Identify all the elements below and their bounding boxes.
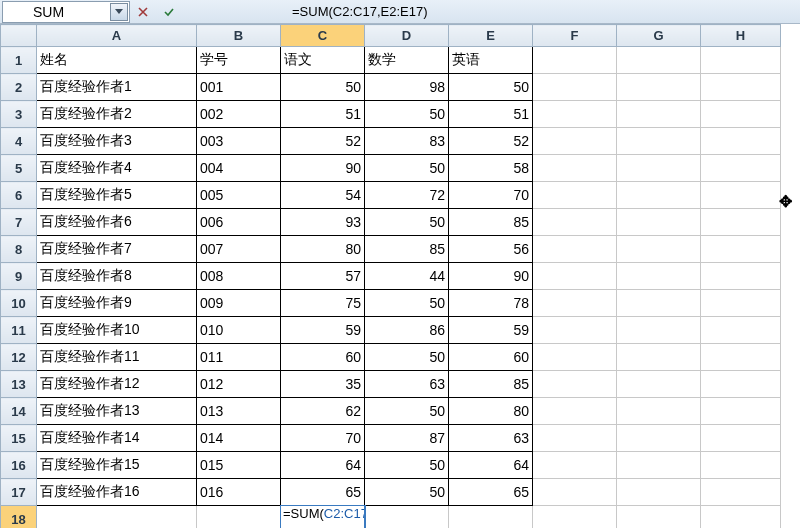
cell-E17[interactable]: 65 xyxy=(449,479,533,506)
formula-input[interactable]: =SUM(C2:C17,E2:E17) xyxy=(182,1,800,23)
cell-A12[interactable]: 百度经验作者11 xyxy=(37,344,197,371)
cell-D7[interactable]: 50 xyxy=(365,209,449,236)
cell-D13[interactable]: 63 xyxy=(365,371,449,398)
select-all-corner[interactable] xyxy=(1,25,37,47)
cell-C5[interactable]: 90 xyxy=(281,155,365,182)
cell-E2[interactable]: 50 xyxy=(449,74,533,101)
cell-C1[interactable]: 语文 xyxy=(281,47,365,74)
cell-H16[interactable] xyxy=(701,452,781,479)
cancel-button[interactable] xyxy=(133,2,153,22)
cell-editor[interactable]: =SUM(C2:C17,E2:E17) xyxy=(281,506,365,528)
name-box-dropdown[interactable] xyxy=(110,3,128,21)
cell-B8[interactable]: 007 xyxy=(197,236,281,263)
cell-A10[interactable]: 百度经验作者9 xyxy=(37,290,197,317)
cell-F6[interactable] xyxy=(533,182,617,209)
row-header-7[interactable]: 7 xyxy=(1,209,37,236)
cell-E4[interactable]: 52 xyxy=(449,128,533,155)
cell-A9[interactable]: 百度经验作者8 xyxy=(37,263,197,290)
cell-E15[interactable]: 63 xyxy=(449,425,533,452)
cell-A5[interactable]: 百度经验作者4 xyxy=(37,155,197,182)
cell-G15[interactable] xyxy=(617,425,701,452)
cell-D15[interactable]: 87 xyxy=(365,425,449,452)
row-header-6[interactable]: 6 xyxy=(1,182,37,209)
row-header-1[interactable]: 1 xyxy=(1,47,37,74)
row-header-3[interactable]: 3 xyxy=(1,101,37,128)
cell-B1[interactable]: 学号 xyxy=(197,47,281,74)
column-header-D[interactable]: D xyxy=(365,25,449,47)
cell-G11[interactable] xyxy=(617,317,701,344)
cell-D2[interactable]: 98 xyxy=(365,74,449,101)
cell-C14[interactable]: 62 xyxy=(281,398,365,425)
cell-C2[interactable]: 50 xyxy=(281,74,365,101)
cell-A6[interactable]: 百度经验作者5 xyxy=(37,182,197,209)
cell-A1[interactable]: 姓名 xyxy=(37,47,197,74)
cell-E11[interactable]: 59 xyxy=(449,317,533,344)
cell-E5[interactable]: 58 xyxy=(449,155,533,182)
cell-H1[interactable] xyxy=(701,47,781,74)
cell-D11[interactable]: 86 xyxy=(365,317,449,344)
cell-B12[interactable]: 011 xyxy=(197,344,281,371)
cell-H9[interactable] xyxy=(701,263,781,290)
confirm-button[interactable] xyxy=(159,2,179,22)
cell-E9[interactable]: 90 xyxy=(449,263,533,290)
cell-C9[interactable]: 57 xyxy=(281,263,365,290)
cell-F16[interactable] xyxy=(533,452,617,479)
column-header-F[interactable]: F xyxy=(533,25,617,47)
cell-E13[interactable]: 85 xyxy=(449,371,533,398)
cell-A3[interactable]: 百度经验作者2 xyxy=(37,101,197,128)
cell-G12[interactable] xyxy=(617,344,701,371)
cell-E18[interactable] xyxy=(449,506,533,529)
cell-F9[interactable] xyxy=(533,263,617,290)
cell-C7[interactable]: 93 xyxy=(281,209,365,236)
cell-D6[interactable]: 72 xyxy=(365,182,449,209)
row-header-8[interactable]: 8 xyxy=(1,236,37,263)
cell-B17[interactable]: 016 xyxy=(197,479,281,506)
cell-H3[interactable] xyxy=(701,101,781,128)
cell-B16[interactable]: 015 xyxy=(197,452,281,479)
cell-E6[interactable]: 70 xyxy=(449,182,533,209)
cell-B15[interactable]: 014 xyxy=(197,425,281,452)
cell-E10[interactable]: 78 xyxy=(449,290,533,317)
row-header-10[interactable]: 10 xyxy=(1,290,37,317)
cell-F11[interactable] xyxy=(533,317,617,344)
cell-C6[interactable]: 54 xyxy=(281,182,365,209)
row-header-14[interactable]: 14 xyxy=(1,398,37,425)
cell-H14[interactable] xyxy=(701,398,781,425)
cell-G16[interactable] xyxy=(617,452,701,479)
row-header-2[interactable]: 2 xyxy=(1,74,37,101)
spreadsheet-grid[interactable]: ABCDEFGH1姓名学号语文数学英语2百度经验作者10015098503百度经… xyxy=(0,24,800,528)
cell-G7[interactable] xyxy=(617,209,701,236)
cell-G17[interactable] xyxy=(617,479,701,506)
cell-G3[interactable] xyxy=(617,101,701,128)
cell-D14[interactable]: 50 xyxy=(365,398,449,425)
cell-E8[interactable]: 56 xyxy=(449,236,533,263)
cell-D10[interactable]: 50 xyxy=(365,290,449,317)
cell-G1[interactable] xyxy=(617,47,701,74)
column-header-E[interactable]: E xyxy=(449,25,533,47)
cell-F1[interactable] xyxy=(533,47,617,74)
cell-A15[interactable]: 百度经验作者14 xyxy=(37,425,197,452)
cell-C12[interactable]: 60 xyxy=(281,344,365,371)
cell-A17[interactable]: 百度经验作者16 xyxy=(37,479,197,506)
cell-G13[interactable] xyxy=(617,371,701,398)
cell-F2[interactable] xyxy=(533,74,617,101)
cell-A4[interactable]: 百度经验作者3 xyxy=(37,128,197,155)
cell-B18[interactable] xyxy=(197,506,281,529)
cell-B9[interactable]: 008 xyxy=(197,263,281,290)
cell-B10[interactable]: 009 xyxy=(197,290,281,317)
column-header-G[interactable]: G xyxy=(617,25,701,47)
cell-C4[interactable]: 52 xyxy=(281,128,365,155)
cell-H6[interactable] xyxy=(701,182,781,209)
name-box[interactable]: SUM xyxy=(2,1,130,23)
cell-A14[interactable]: 百度经验作者13 xyxy=(37,398,197,425)
row-header-12[interactable]: 12 xyxy=(1,344,37,371)
cell-D17[interactable]: 50 xyxy=(365,479,449,506)
cell-B6[interactable]: 005 xyxy=(197,182,281,209)
row-header-5[interactable]: 5 xyxy=(1,155,37,182)
cell-H13[interactable] xyxy=(701,371,781,398)
cell-B2[interactable]: 001 xyxy=(197,74,281,101)
column-header-C[interactable]: C xyxy=(281,25,365,47)
cell-E1[interactable]: 英语 xyxy=(449,47,533,74)
cell-D5[interactable]: 50 xyxy=(365,155,449,182)
cell-F7[interactable] xyxy=(533,209,617,236)
